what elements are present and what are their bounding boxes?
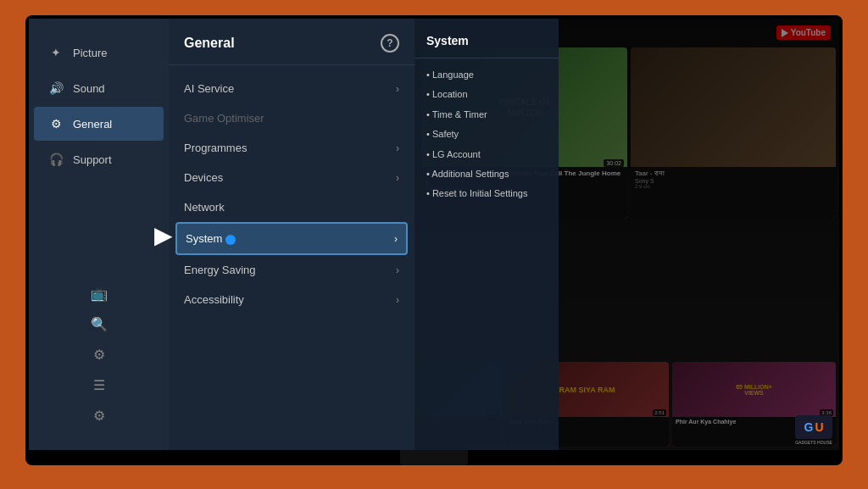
game-optimiser-label: Game Optimiser — [184, 112, 264, 125]
system-item-lg-account[interactable]: LG Account — [426, 145, 547, 164]
tv-frame: YouTube ANIMALS OFAMAZON 30:02 Animals o… — [25, 15, 843, 465]
menu-item-support[interactable]: 🎧 Support — [34, 142, 164, 176]
panel-item-programmes[interactable]: Programmes › — [169, 133, 415, 163]
general-icon: ⚙ — [47, 115, 64, 132]
gu-u-letter: U — [815, 420, 823, 434]
panel-header: General ? — [169, 34, 415, 65]
programmes-label: Programmes — [184, 142, 247, 154]
system-item-location[interactable]: Location — [426, 85, 547, 104]
system-item-safety[interactable]: Safety — [426, 125, 547, 144]
left-menu-panel: ✦ Picture 🔊 Sound ⚙ General 🎧 Support 📺 — [29, 19, 169, 450]
accessibility-chevron: › — [396, 294, 399, 306]
ai-service-chevron: › — [396, 83, 399, 95]
menu-label-general: General — [73, 118, 112, 131]
programmes-chevron: › — [396, 142, 399, 154]
menu-label-support: Support — [73, 153, 112, 166]
energy-saving-label: Energy Saving — [184, 264, 256, 276]
system-item-reset[interactable]: Reset to Initial Settings — [426, 184, 547, 203]
general-panel: General ? AI Service › Game Optimiser Pr… — [169, 19, 415, 450]
system-label: System — [186, 232, 236, 245]
ai-service-label: AI Service — [184, 82, 234, 95]
network-label: Network — [184, 201, 225, 214]
system-panel-title: System — [415, 34, 559, 58]
sidebar-gear-icon[interactable]: ⚙ — [86, 342, 112, 367]
panel-item-system[interactable]: System › — [175, 222, 408, 255]
gadgets-house-label: GADGETS HOUSE — [795, 440, 832, 445]
panel-item-ai-service[interactable]: AI Service › — [169, 74, 415, 103]
menu-label-picture: Picture — [73, 47, 107, 59]
picture-icon: ✦ — [47, 44, 64, 61]
sound-icon: 🔊 — [47, 80, 64, 97]
panel-item-game-optimiser[interactable]: Game Optimiser — [169, 103, 415, 133]
panel-title: General — [184, 36, 235, 51]
menu-item-general[interactable]: ⚙ General — [34, 107, 164, 141]
system-item-language[interactable]: Language — [426, 65, 547, 85]
devices-chevron: › — [396, 172, 399, 184]
system-chevron: › — [394, 233, 398, 245]
system-item-time-timer[interactable]: Time & Timer — [426, 105, 547, 125]
sidebar-search-icon[interactable]: 🔍 — [86, 311, 112, 336]
left-menu-bottom: 📺 🔍 ⚙ ☰ ⚙ — [29, 275, 169, 450]
energy-saving-chevron: › — [396, 264, 399, 276]
system-item-additional-settings[interactable]: Additional Settings — [426, 164, 547, 184]
system-items: Language Location Time & Timer Safety LG… — [415, 58, 559, 211]
menu-item-sound[interactable]: 🔊 Sound — [34, 71, 164, 105]
accessibility-label: Accessibility — [184, 293, 244, 306]
menu-item-picture[interactable]: ✦ Picture — [34, 36, 164, 69]
devices-label: Devices — [184, 171, 223, 184]
menu-label-sound: Sound — [73, 82, 105, 95]
panel-item-devices[interactable]: Devices › — [169, 163, 415, 192]
support-icon: 🎧 — [47, 151, 64, 168]
panel-item-energy-saving[interactable]: Energy Saving › — [169, 255, 415, 285]
gu-g-letter: G — [804, 420, 813, 434]
arrow-indicator: ▶ — [154, 220, 173, 248]
system-panel: System Language Location Time & Timer Sa… — [415, 19, 559, 450]
panel-item-accessibility[interactable]: Accessibility › — [169, 285, 415, 314]
sidebar-menu-icon[interactable]: ☰ — [86, 372, 112, 397]
sidebar-tv-icon[interactable]: 📺 — [86, 281, 112, 306]
panel-help-icon[interactable]: ? — [381, 34, 399, 53]
gu-watermark: G U GADGETS HOUSE — [795, 415, 832, 445]
panel-item-network[interactable]: Network — [169, 192, 415, 222]
tv-screen: YouTube ANIMALS OFAMAZON 30:02 Animals o… — [29, 19, 839, 450]
system-dot — [225, 235, 236, 245]
sidebar-settings-icon[interactable]: ⚙ — [86, 403, 112, 428]
panel-items: AI Service › Game Optimiser Programmes ›… — [169, 65, 415, 323]
gu-logo: G U — [795, 415, 832, 439]
